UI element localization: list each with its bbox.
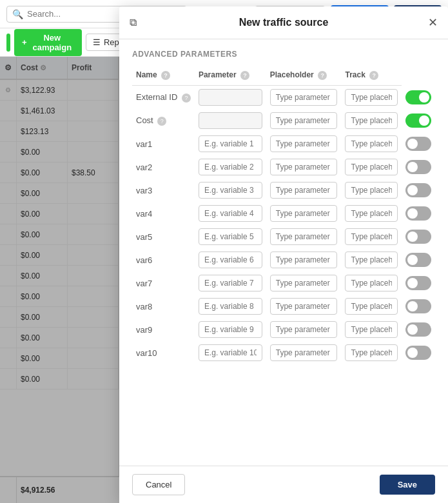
- report-icon: ☰: [93, 37, 101, 47]
- param-input-4[interactable]: [270, 182, 338, 199]
- name-input-4[interactable]: [199, 182, 262, 199]
- track-toggle-10[interactable]: [405, 322, 431, 337]
- placeholder-input-9[interactable]: [345, 298, 398, 315]
- param-row: var4: [132, 202, 435, 225]
- row-label: var6: [136, 255, 152, 265]
- placeholder-input-11[interactable]: [345, 344, 398, 361]
- param-input-7[interactable]: [270, 252, 338, 268]
- name-input-0: [199, 89, 262, 106]
- new-campaign-button[interactable]: + New campaign: [14, 29, 82, 56]
- param-row: var10: [132, 341, 435, 364]
- name-input-8[interactable]: [199, 275, 262, 291]
- track-toggle-2[interactable]: [405, 137, 431, 151]
- param-row: Cost ?: [132, 109, 435, 132]
- placeholder-input-3[interactable]: [345, 159, 398, 175]
- param-input-5[interactable]: [270, 205, 338, 222]
- save-button[interactable]: Save: [380, 475, 435, 495]
- param-input-9[interactable]: [270, 298, 338, 315]
- close-button[interactable]: ✕: [428, 17, 438, 28]
- param-row: External ID ?: [132, 86, 435, 110]
- placeholder-input-2[interactable]: [345, 135, 398, 152]
- track-toggle-0[interactable]: [405, 90, 431, 104]
- param-row: var1: [132, 132, 435, 155]
- track-toggle-9[interactable]: [405, 299, 431, 313]
- col-header-placeholder: Placeholder ?: [266, 68, 342, 86]
- params-table: Name ? Parameter ? Placeholder ? Track ?: [132, 68, 435, 364]
- name-input-6[interactable]: [199, 228, 262, 245]
- name-input-2[interactable]: [199, 135, 262, 152]
- name-help-icon[interactable]: ?: [161, 71, 170, 80]
- cancel-button[interactable]: Cancel: [132, 474, 185, 495]
- param-row: var2: [132, 155, 435, 179]
- search-icon: 🔍: [12, 9, 23, 19]
- new-traffic-source-modal: ⧉ New traffic source ✕ ADVANCED PARAMETE…: [119, 6, 448, 503]
- placeholder-help-icon[interactable]: ?: [318, 71, 327, 80]
- placeholder-input-6[interactable]: [345, 228, 398, 245]
- col-header-parameter: Parameter ?: [195, 68, 266, 86]
- track-toggle-4[interactable]: [405, 183, 431, 197]
- row-label: var1: [136, 139, 152, 149]
- name-input-7[interactable]: [199, 252, 262, 268]
- modal-title: New traffic source: [239, 17, 329, 28]
- row-label: var7: [136, 279, 152, 288]
- param-row: var9: [132, 318, 435, 341]
- track-toggle-7[interactable]: [405, 253, 431, 267]
- placeholder-input-5[interactable]: [345, 205, 398, 222]
- placeholder-input-8[interactable]: [345, 275, 398, 291]
- placeholder-input-0[interactable]: [345, 89, 398, 106]
- modal-header: ⧉ New traffic source ✕: [119, 6, 448, 39]
- track-help-icon[interactable]: ?: [369, 71, 378, 80]
- param-row: var7: [132, 271, 435, 295]
- param-input-2[interactable]: [270, 135, 338, 152]
- row-label: var9: [136, 325, 152, 335]
- name-input-5[interactable]: [199, 205, 262, 222]
- name-input-11[interactable]: [199, 344, 262, 361]
- param-input-11[interactable]: [270, 344, 338, 361]
- parameter-help-icon[interactable]: ?: [240, 71, 249, 80]
- param-row: var8: [132, 295, 435, 318]
- row-label: var3: [136, 186, 152, 195]
- expand-button[interactable]: ⧉: [130, 17, 137, 28]
- track-toggle-6[interactable]: [405, 230, 431, 244]
- param-input-3[interactable]: [270, 159, 338, 175]
- row-label: Cost ?: [136, 115, 166, 125]
- row-help-icon[interactable]: ?: [182, 94, 191, 103]
- row-label: var5: [136, 232, 152, 242]
- name-input-1: [199, 112, 262, 129]
- track-toggle-1[interactable]: [405, 113, 431, 128]
- row-label: var4: [136, 209, 152, 219]
- param-input-0[interactable]: [270, 89, 338, 106]
- name-input-10[interactable]: [199, 321, 262, 338]
- row-label: var2: [136, 163, 152, 172]
- track-toggle-5[interactable]: [405, 206, 431, 221]
- name-input-9[interactable]: [199, 298, 262, 315]
- track-toggle-3[interactable]: [405, 160, 431, 174]
- row-help-icon[interactable]: ?: [157, 117, 166, 126]
- placeholder-input-1[interactable]: [345, 112, 398, 129]
- placeholder-input-4[interactable]: [345, 182, 398, 199]
- track-toggle-8[interactable]: [405, 276, 431, 290]
- row-label: var10: [136, 348, 157, 358]
- placeholder-input-7[interactable]: [345, 252, 398, 268]
- name-input-3[interactable]: [199, 159, 262, 175]
- section-label: ADVANCED PARAMETERS: [132, 50, 435, 59]
- plus-icon: +: [22, 37, 27, 47]
- modal-body: ADVANCED PARAMETERS Name ? Parameter ? P…: [119, 39, 448, 466]
- param-input-1[interactable]: [270, 112, 338, 129]
- param-input-10[interactable]: [270, 321, 338, 338]
- param-row: var3: [132, 179, 435, 202]
- param-row: var5: [132, 225, 435, 248]
- param-input-6[interactable]: [270, 228, 338, 245]
- row-label: var8: [136, 302, 152, 311]
- placeholder-input-10[interactable]: [345, 321, 398, 338]
- col-header-track: Track ?: [341, 68, 402, 86]
- modal-footer: Cancel Save: [119, 466, 448, 503]
- row-label: External ID ?: [136, 92, 191, 102]
- param-row: var6: [132, 248, 435, 271]
- track-toggle-11[interactable]: [405, 346, 431, 360]
- param-input-8[interactable]: [270, 275, 338, 291]
- col-header-name: Name ?: [132, 68, 195, 86]
